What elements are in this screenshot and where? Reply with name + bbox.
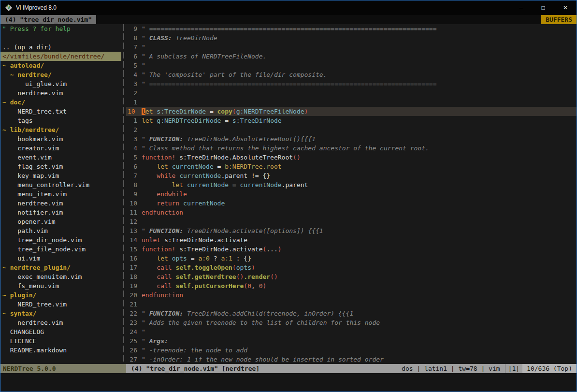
code-line[interactable]: 1 bbox=[126, 98, 577, 107]
code-line[interactable]: 4" Class method that returns the highest… bbox=[126, 144, 577, 153]
code-line[interactable]: 5function! s:TreeDirNode.AbsoluteTreeRoo… bbox=[126, 153, 577, 162]
code-line[interactable]: 15function! s:TreeDirNode.activate(...) bbox=[126, 245, 577, 254]
code-line[interactable]: 11endfunction bbox=[126, 208, 577, 217]
editor-buffer[interactable]: 9" =====================================… bbox=[126, 24, 577, 364]
tree-item[interactable]: LICENCE bbox=[0, 336, 121, 346]
code-line[interactable]: 20endfunction bbox=[126, 290, 577, 300]
tree-item[interactable]: nerdtree.vim bbox=[0, 88, 121, 98]
code-text: endfunction bbox=[142, 290, 577, 300]
code-line[interactable]: 23" Adds the given treenode to the list … bbox=[126, 318, 577, 327]
tree-item[interactable]: flag_set.vim bbox=[0, 162, 121, 171]
code-line[interactable]: 4" The 'composite' part of the file/dir … bbox=[126, 70, 577, 79]
tree-item[interactable]: menu_controller.vim bbox=[0, 180, 121, 189]
tree-item[interactable]: ui_glue.vim bbox=[0, 79, 121, 88]
code-line[interactable]: 6 let currentNode = b:NERDTree.root bbox=[126, 162, 577, 171]
code-line[interactable]: 21 bbox=[126, 300, 577, 309]
line-number: 5 bbox=[126, 61, 142, 70]
code-line-current[interactable]: 10let s:TreeDirNode = copy(g:NERDTreeFil… bbox=[126, 107, 577, 116]
maximize-button[interactable]: □ bbox=[532, 0, 554, 15]
nerdtree-statusline: NERDTree 5.0.0 bbox=[0, 364, 126, 373]
title-bar: Vi IMproved 8.0 – □ ✕ bbox=[0, 0, 577, 15]
code-line[interactable]: 2 bbox=[126, 88, 577, 98]
tree-item[interactable]: NERD_tree.vim bbox=[0, 300, 121, 309]
tree-item[interactable]: ~ plugin/ bbox=[0, 290, 121, 300]
line-number: 6 bbox=[126, 52, 142, 61]
line-number: 7 bbox=[126, 43, 142, 52]
tree-item[interactable]: exec_menuitem.vim bbox=[0, 272, 121, 281]
code-line[interactable]: 16 let opts = a:0 ? a:1 : {} bbox=[126, 254, 577, 263]
close-button[interactable]: ✕ bbox=[554, 0, 577, 15]
tree-item[interactable]: menu_item.vim bbox=[0, 189, 121, 199]
code-line[interactable]: 22" FUNCTION: TreeDirNode.addChild(treen… bbox=[126, 309, 577, 318]
command-line[interactable] bbox=[0, 373, 577, 392]
code-line[interactable]: 9 endwhile bbox=[126, 189, 577, 199]
line-number: 2 bbox=[126, 125, 142, 134]
vim-app-icon bbox=[5, 4, 13, 12]
code-line[interactable]: 5" bbox=[126, 61, 577, 70]
tree-item[interactable]: " Press ? for help bbox=[0, 24, 121, 33]
minimize-button[interactable]: – bbox=[510, 0, 532, 15]
code-line[interactable]: 17 call self.toggleOpen(opts) bbox=[126, 263, 577, 272]
code-line[interactable]: 3" FUNCTION: TreeDirNode.AbsoluteTreeRoo… bbox=[126, 134, 577, 144]
tree-item[interactable]: ~ nerdtree/ bbox=[0, 70, 121, 79]
code-line[interactable]: 18 call self.getNerdtree().render() bbox=[126, 272, 577, 281]
code-line[interactable]: 7" bbox=[126, 43, 577, 52]
tree-item[interactable]: ~ doc/ bbox=[0, 98, 121, 107]
window-controls: – □ ✕ bbox=[510, 0, 577, 15]
tree-item[interactable]: ~ syntax/ bbox=[0, 309, 121, 318]
code-line[interactable]: 26" -treenode: the node to add bbox=[126, 346, 577, 355]
code-text: " bbox=[142, 43, 577, 52]
tree-item[interactable]: event.vim bbox=[0, 153, 121, 162]
tree-item[interactable]: key_map.vim bbox=[0, 171, 121, 180]
tree-item[interactable]: tree_file_node.vim bbox=[0, 245, 121, 254]
tree-item[interactable]: CHANGELOG bbox=[0, 327, 121, 336]
code-line[interactable]: 25" Args: bbox=[126, 336, 577, 346]
code-line[interactable]: 12 bbox=[126, 217, 577, 226]
buffers-label: BUFFERS bbox=[541, 15, 577, 24]
code-line[interactable]: 19 call self.putCursorHere(0, 0) bbox=[126, 281, 577, 290]
tree-item[interactable]: .. (up a dir) bbox=[0, 43, 121, 52]
line-number: 11 bbox=[126, 208, 142, 217]
tree-item[interactable]: tags bbox=[0, 116, 121, 125]
tree-item[interactable]: fs_menu.vim bbox=[0, 281, 121, 290]
code-text: call self.getNerdtree().render() bbox=[142, 272, 577, 281]
tree-item[interactable]: ~ lib/nerdtree/ bbox=[0, 125, 121, 134]
code-line[interactable]: 24" bbox=[126, 327, 577, 336]
nerdtree-panel[interactable]: " Press ? for help .. (up a dir)</vimfil… bbox=[0, 24, 121, 364]
vertical-split-separator[interactable] bbox=[121, 24, 126, 364]
tree-item[interactable]: notifier.vim bbox=[0, 208, 121, 217]
code-text: " CLASS: TreeDirNode bbox=[142, 33, 577, 43]
code-line[interactable]: 14unlet s:TreeDirNode.activate bbox=[126, 235, 577, 245]
tree-item[interactable]: bookmark.vim bbox=[0, 134, 121, 144]
tree-item[interactable]: README.markdown bbox=[0, 346, 121, 355]
tree-root-path[interactable]: </vimfiles/bundle/nerdtree/ bbox=[0, 52, 121, 61]
code-text: " FUNCTION: TreeDirNode.activate([option… bbox=[142, 226, 577, 235]
tree-item[interactable]: NERD_tree.txt bbox=[0, 107, 121, 116]
code-line[interactable]: 8 let currentNode = currentNode.parent bbox=[126, 180, 577, 189]
tree-item[interactable]: nerdtree.vim bbox=[0, 318, 121, 327]
code-text: call self.putCursorHere(0, 0) bbox=[142, 281, 577, 290]
code-text bbox=[142, 217, 577, 226]
code-line[interactable]: 9" =====================================… bbox=[126, 24, 577, 33]
code-text: endfunction bbox=[142, 208, 577, 217]
tree-item[interactable]: nerdtree.vim bbox=[0, 199, 121, 208]
tree-item[interactable]: ~ nerdtree_plugin/ bbox=[0, 263, 121, 272]
tree-item[interactable]: creator.vim bbox=[0, 144, 121, 153]
tree-item[interactable]: opener.vim bbox=[0, 217, 121, 226]
tree-item[interactable]: ~ autoload/ bbox=[0, 61, 121, 70]
code-line[interactable]: 27" -inOrder: 1 if the new node should b… bbox=[126, 355, 577, 364]
tab-active-buffer[interactable]: (4) "tree_dir_node.vim" bbox=[0, 15, 96, 24]
line-number: 5 bbox=[126, 153, 142, 162]
code-line[interactable]: 8" CLASS: TreeDirNode bbox=[126, 33, 577, 43]
code-line[interactable]: 10 return currentNode bbox=[126, 199, 577, 208]
code-line[interactable]: 7 while currentNode.parent != {} bbox=[126, 171, 577, 180]
line-number: 13 bbox=[126, 226, 142, 235]
tree-item[interactable]: tree_dir_node.vim bbox=[0, 235, 121, 245]
code-line[interactable]: 1let g:NERDTreeDirNode = s:TreeDirNode bbox=[126, 116, 577, 125]
code-line[interactable]: 2 bbox=[126, 125, 577, 134]
tree-item[interactable]: path.vim bbox=[0, 226, 121, 235]
code-line[interactable]: 3" =====================================… bbox=[126, 79, 577, 88]
tree-item[interactable]: ui.vim bbox=[0, 254, 121, 263]
code-line[interactable]: 6" A subclass of NERDTreeFileNode. bbox=[126, 52, 577, 61]
code-line[interactable]: 13" FUNCTION: TreeDirNode.activate([opti… bbox=[126, 226, 577, 235]
